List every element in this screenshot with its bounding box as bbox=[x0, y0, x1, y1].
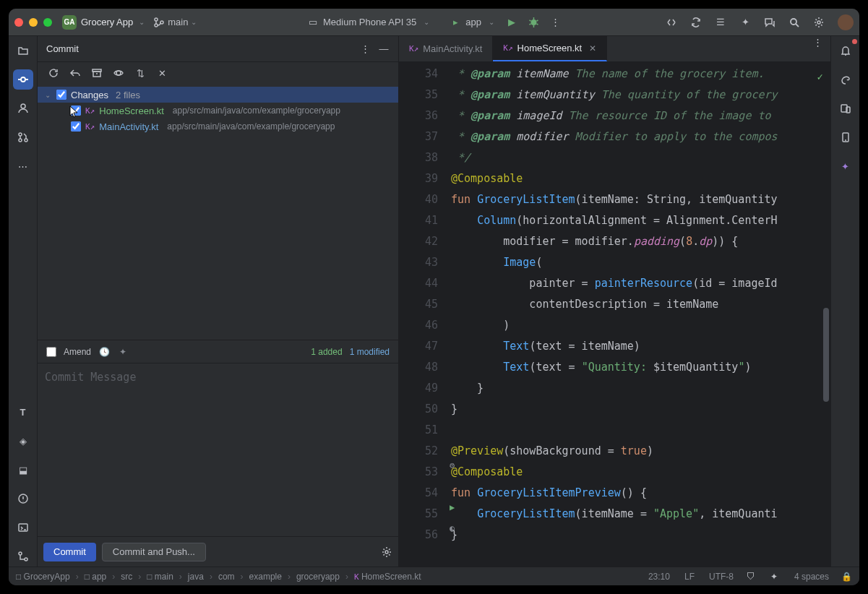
tab-mainactivity[interactable]: K↗ MainActivity.kt bbox=[399, 36, 493, 61]
svg-point-9 bbox=[19, 139, 22, 142]
window-minimize[interactable] bbox=[29, 18, 38, 27]
code-editor[interactable]: ✓ ⚙ ▶ ◐ 34353637383940414243444546474849… bbox=[399, 62, 830, 567]
tab-options-icon[interactable]: ⋮ bbox=[812, 36, 823, 48]
app-quality-tool[interactable]: ◈ bbox=[13, 431, 33, 451]
encoding[interactable]: UTF-8 bbox=[709, 572, 734, 582]
settings-icon[interactable] bbox=[813, 17, 825, 28]
rollback-icon[interactable] bbox=[69, 67, 81, 79]
project-tool[interactable] bbox=[13, 40, 33, 61]
indent[interactable]: 4 spaces bbox=[794, 572, 829, 582]
amend-checkbox[interactable] bbox=[46, 347, 56, 357]
expand-icon[interactable]: ⇅ bbox=[134, 67, 146, 79]
gutter-run-icon[interactable]: ▶ bbox=[450, 497, 455, 518]
breadcrumb[interactable]: groceryapp bbox=[296, 572, 340, 582]
debug-icon[interactable] bbox=[528, 17, 539, 28]
run-config[interactable]: app bbox=[465, 17, 481, 27]
history-icon[interactable]: 🕓 bbox=[98, 346, 110, 358]
code-review-icon[interactable] bbox=[764, 17, 775, 28]
svg-point-1 bbox=[155, 24, 158, 27]
added-count: 1 added bbox=[311, 347, 342, 357]
kotlin-file-icon: K↗ bbox=[85, 106, 95, 116]
breadcrumb[interactable]: com bbox=[218, 572, 235, 582]
tab-label: MainActivity.kt bbox=[423, 43, 482, 54]
device-selector[interactable]: Medium Phone API 35 bbox=[323, 17, 416, 27]
file-name: HomeScreen.kt bbox=[99, 106, 164, 116]
changes-tree[interactable]: ⌄ Changes 2 files K↗ HomeScreen.kt app/s… bbox=[38, 84, 398, 340]
line-separator[interactable]: LF bbox=[684, 572, 695, 582]
commit-and-push-button[interactable]: Commit and Push... bbox=[102, 543, 206, 561]
show-diff-icon[interactable] bbox=[113, 67, 124, 79]
branch-selector[interactable]: main ⌄ bbox=[153, 17, 197, 28]
left-tool-stripe: ⋯ T ◈ ⬓ bbox=[9, 36, 38, 567]
pull-requests-tool[interactable] bbox=[13, 127, 33, 147]
ai-status-icon[interactable]: ✦ bbox=[768, 571, 780, 582]
project-name[interactable]: Grocery App bbox=[81, 17, 133, 27]
run-icon[interactable]: ▶ bbox=[506, 17, 517, 28]
file-checkbox[interactable] bbox=[71, 121, 81, 132]
vcs-tool[interactable] bbox=[13, 546, 33, 567]
search-icon[interactable] bbox=[788, 17, 800, 28]
file-row[interactable]: K↗ MainActivity.kt app/src/main/java/com… bbox=[38, 119, 398, 134]
changes-node[interactable]: ⌄ Changes 2 files bbox=[38, 87, 398, 103]
commit-panel-title: Commit bbox=[46, 43, 79, 54]
shelve-icon[interactable] bbox=[91, 67, 103, 79]
cursor-position[interactable]: 23:10 bbox=[648, 572, 670, 582]
svg-point-3 bbox=[530, 20, 536, 25]
code-with-me-icon[interactable] bbox=[666, 17, 677, 28]
notifications-tool[interactable] bbox=[835, 40, 856, 61]
people-tool[interactable] bbox=[13, 98, 33, 119]
changes-checkbox[interactable] bbox=[56, 90, 66, 100]
breadcrumb[interactable]: □ main bbox=[147, 572, 173, 582]
ai-assistant-tool[interactable]: ✦ bbox=[835, 156, 856, 176]
file-checkbox[interactable] bbox=[71, 106, 81, 116]
window-zoom[interactable] bbox=[43, 18, 52, 27]
more-icon[interactable]: ⋮ bbox=[549, 17, 561, 28]
commit-button[interactable]: Commit bbox=[43, 543, 96, 561]
running-devices-tool[interactable] bbox=[835, 127, 856, 147]
panel-options-icon[interactable]: ⋮ bbox=[359, 43, 371, 55]
problems-tool[interactable] bbox=[13, 488, 33, 509]
terminal-tool[interactable] bbox=[13, 517, 33, 538]
collapse-icon[interactable]: ⌄ bbox=[45, 91, 52, 99]
lock-icon[interactable]: 🔒 bbox=[841, 571, 852, 582]
commit-message-input[interactable] bbox=[38, 363, 398, 536]
svg-point-7 bbox=[21, 104, 25, 108]
gutter-marker-icon[interactable]: ◐ bbox=[450, 518, 455, 539]
svg-point-17 bbox=[385, 551, 388, 554]
panel-minimize-icon[interactable]: — bbox=[378, 43, 390, 55]
file-row[interactable]: K↗ HomeScreen.kt app/src/main/java/com/e… bbox=[38, 103, 398, 119]
sync-icon[interactable] bbox=[690, 17, 702, 28]
gutter-settings-icon[interactable]: ⚙ bbox=[450, 455, 455, 476]
chevron-down-icon[interactable]: ⌄ bbox=[139, 18, 145, 26]
commit-toolbar: ⇅ ✕ bbox=[38, 62, 398, 84]
breadcrumb[interactable]: □ app bbox=[85, 572, 107, 582]
breadcrumb[interactable]: src bbox=[121, 572, 132, 582]
commit-settings-icon[interactable] bbox=[381, 546, 392, 558]
ai-suggest-icon[interactable]: ✦ bbox=[117, 346, 129, 358]
inspection-ok-icon[interactable]: ✓ bbox=[817, 66, 823, 87]
close-tab-icon[interactable]: ✕ bbox=[589, 43, 596, 53]
readonly-icon[interactable]: ⛉ bbox=[745, 571, 757, 582]
breadcrumb[interactable]: K HomeScreen.kt bbox=[354, 572, 421, 582]
device-manager-tool[interactable] bbox=[835, 98, 856, 119]
build-variants-tool[interactable]: ⬓ bbox=[13, 460, 33, 480]
breadcrumb[interactable]: □ GroceryApp bbox=[16, 572, 70, 582]
window-close[interactable] bbox=[14, 18, 23, 27]
breadcrumb[interactable]: java bbox=[188, 572, 204, 582]
build-icon[interactable]: ✦ bbox=[739, 17, 751, 28]
more-tools[interactable]: ⋯ bbox=[13, 156, 33, 176]
tab-homescreen[interactable]: K↗ HomeScreen.kt ✕ bbox=[493, 36, 607, 61]
running-devices-icon[interactable]: ☰ bbox=[715, 17, 726, 28]
svg-point-6 bbox=[21, 77, 25, 82]
gradle-tool[interactable] bbox=[835, 69, 856, 90]
commit-tool[interactable] bbox=[13, 69, 33, 90]
user-avatar[interactable] bbox=[838, 14, 854, 30]
breadcrumb[interactable]: example bbox=[249, 572, 282, 582]
text-tool[interactable]: T bbox=[13, 402, 33, 422]
right-tool-stripe: ✦ bbox=[830, 36, 859, 567]
refresh-icon[interactable] bbox=[48, 67, 59, 79]
vertical-scrollbar[interactable] bbox=[823, 308, 829, 402]
svg-point-0 bbox=[155, 18, 158, 21]
close-icon[interactable]: ✕ bbox=[156, 67, 168, 79]
line-gutter: ⚙ ▶ ◐ 3435363738394041424344454647484950… bbox=[399, 62, 451, 567]
